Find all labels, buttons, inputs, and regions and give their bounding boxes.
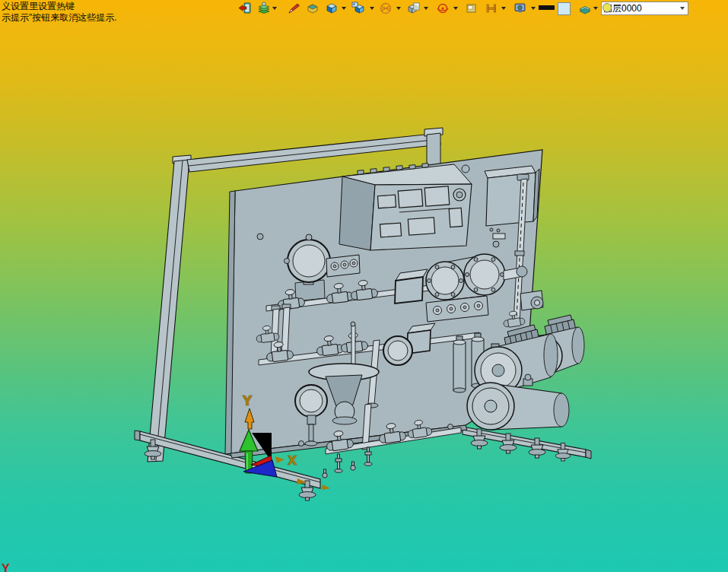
- layer-color-icon: [602, 2, 612, 13]
- orbit-dropdown[interactable]: [453, 7, 458, 10]
- solid-cube-button[interactable]: [325, 2, 339, 15]
- layer-stack-dropdown[interactable]: [593, 7, 598, 10]
- dimension-icon: [485, 2, 498, 15]
- box-button[interactable]: [306, 2, 319, 15]
- triad-y-label: Y: [242, 393, 253, 408]
- triad-x-label: X: [288, 453, 297, 468]
- layer-selector-value: 图层0000: [603, 2, 679, 15]
- exit-icon: [238, 2, 252, 15]
- render-settings-icon: [513, 2, 527, 15]
- hint-line-2: 示提示"按钮来取消这些提示.: [2, 12, 117, 24]
- sketch-pencil-icon: [288, 2, 301, 15]
- cube-image-icon: [351, 2, 365, 15]
- cube-image-button[interactable]: [351, 2, 365, 15]
- layer-visibility-dropdown[interactable]: [272, 7, 277, 10]
- layer-stack-icon: [578, 2, 592, 15]
- view-axis-y-label: Y: [2, 562, 10, 572]
- layer-stack-button[interactable]: [578, 2, 592, 15]
- hint-text: 义设置里设置热键 示提示"按钮来取消这些提示.: [2, 1, 117, 24]
- render-settings-dropdown[interactable]: [531, 7, 536, 10]
- plane-button[interactable]: [465, 2, 478, 15]
- model-canvas[interactable]: Y X: [0, 0, 728, 572]
- layer-visibility-button[interactable]: [257, 2, 271, 15]
- solid-cube-icon: [325, 2, 339, 15]
- hint-line-1: 义设置里设置热键: [2, 1, 117, 12]
- display-style-button[interactable]: [407, 2, 421, 15]
- plane-icon: [465, 2, 478, 15]
- line-width-icon[interactable]: [539, 5, 555, 10]
- cad-3d-viewport[interactable]: Y X 义设置里设置热键 示提示"按钮来取消这些提示.: [0, 0, 728, 572]
- color-swatch[interactable]: [558, 2, 571, 15]
- dimension-button[interactable]: [485, 2, 498, 15]
- display-style-icon: [407, 2, 421, 15]
- render-settings-button[interactable]: [513, 2, 527, 15]
- wireframe-sphere-button[interactable]: [379, 2, 393, 15]
- wireframe-sphere-dropdown[interactable]: [396, 7, 401, 10]
- orbit-button[interactable]: [436, 2, 450, 15]
- orbit-icon: [436, 2, 450, 15]
- box-icon: [306, 2, 319, 15]
- cube-image-dropdown[interactable]: [370, 7, 374, 10]
- wireframe-sphere-icon: [379, 2, 393, 15]
- display-style-dropdown[interactable]: [424, 7, 428, 10]
- manifold-block[interactable]: [326, 255, 360, 277]
- layer-selector-caret[interactable]: [680, 7, 685, 10]
- solid-cube-dropdown[interactable]: [342, 7, 346, 10]
- layer-selector[interactable]: 图层0000: [601, 2, 688, 15]
- dimension-dropdown[interactable]: [501, 7, 506, 10]
- sketch-button[interactable]: [288, 2, 301, 15]
- control-box[interactable]: [339, 164, 472, 250]
- layer-visibility-icon: [257, 2, 271, 15]
- exit-button[interactable]: [238, 2, 252, 15]
